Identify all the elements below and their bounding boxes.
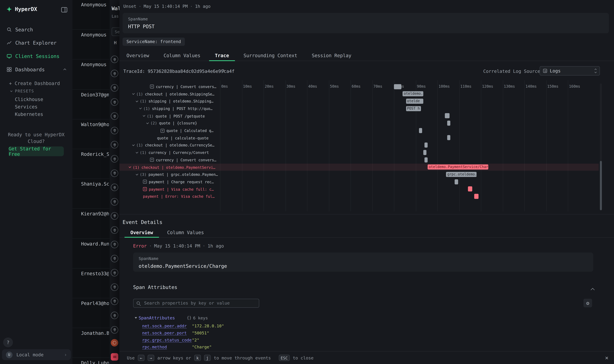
settings-button[interactable]: ⚙	[584, 299, 592, 307]
sidebar-preset-clickhouse[interactable]: Clickhouse	[0, 96, 72, 104]
trace-span-row[interactable]: ≡currency | Convert convers…	[119, 83, 599, 90]
close-icon[interactable]: ×	[605, 354, 608, 361]
chevron-down-icon[interactable]	[139, 107, 142, 109]
trace-span-row[interactable]: payment | Error: Visa cache ful…	[119, 193, 599, 200]
attribute-key[interactable]: rpc.method	[142, 344, 167, 349]
map-pin-icon[interactable]	[111, 141, 118, 148]
map-pin-icon[interactable]	[111, 70, 118, 77]
map-pin-icon[interactable]	[111, 241, 118, 248]
attribute-value[interactable]: "Charge"	[192, 344, 212, 349]
span-duration-bar[interactable]	[445, 113, 449, 118]
chevron-down-icon[interactable]	[132, 143, 135, 146]
span-duration-bar[interactable]	[447, 135, 450, 140]
log-source-select[interactable]: Logs	[539, 66, 600, 76]
service-tag[interactable]: ServiceName: frontend	[123, 38, 185, 46]
attribute-value[interactable]: "2"	[192, 338, 199, 342]
trace-span-row[interactable]: ≡currency | Convert convers…	[119, 156, 599, 164]
map-pin-icon[interactable]	[111, 269, 118, 276]
sidebar-item-dashboards[interactable]: Dashboards	[0, 63, 72, 76]
span-duration-bar[interactable]	[468, 186, 472, 192]
attribute-key[interactable]: net.sock.peer.port	[142, 330, 187, 335]
create-dashboard-button[interactable]: + Create Dashboard	[9, 81, 60, 86]
map-pin-icon[interactable]	[111, 184, 118, 191]
map-pin-icon[interactable]	[111, 55, 118, 63]
session-list-item[interactable]: Deion37@gm	[72, 89, 110, 119]
tab-column-values[interactable]: Column Values	[167, 229, 204, 237]
map-pin-icon[interactable]	[111, 212, 118, 220]
span-duration-bar[interactable]: otelde	[406, 99, 423, 104]
tab-trace[interactable]: Trace	[215, 51, 229, 61]
span-duration-bar[interactable]: POST h	[406, 106, 421, 111]
chevron-down-icon[interactable]	[136, 151, 138, 153]
session-list-item[interactable]: Howard.Run	[72, 238, 110, 268]
tab-surrounding-context[interactable]: Surrounding Context	[244, 51, 297, 61]
map-pin-icon[interactable]	[111, 169, 118, 177]
trace-span-row[interactable]: ≡quote | Calculated q…	[119, 127, 599, 134]
session-list-item[interactable]: Jonathan.B	[72, 328, 110, 357]
span-duration-bar[interactable]	[423, 150, 427, 155]
map-pin-icon[interactable]	[111, 298, 118, 305]
chevron-down-icon[interactable]	[132, 92, 135, 95]
attribute-value[interactable]: "50051"	[192, 330, 209, 335]
attributes-search-input[interactable]	[143, 300, 256, 306]
span-duration-bar[interactable]: oteldemo.	[403, 91, 423, 96]
tab-session-replay[interactable]: Session Replay	[312, 51, 351, 61]
chevron-down-icon[interactable]	[136, 99, 138, 102]
span-duration-bar[interactable]	[424, 143, 428, 148]
attribute-value[interactable]: "172.28.0.10"	[192, 324, 224, 328]
trace-span-row[interactable]: (1)checkout | oteldemo.PaymentServi…otel…	[119, 164, 599, 171]
span-duration-bar[interactable]	[447, 121, 450, 126]
sidebar-item-client-sessions[interactable]: Client Sessions	[0, 49, 72, 63]
chevron-down-icon[interactable]	[143, 114, 145, 117]
trace-span-row[interactable]: (2)quote | {closure}	[119, 120, 599, 127]
sidebar-item-search[interactable]: Search	[0, 23, 72, 36]
attribute-key[interactable]: net.sock.peer.addr	[142, 324, 187, 328]
logo[interactable]: HyperDX	[6, 6, 37, 12]
chevron-down-icon[interactable]	[129, 165, 131, 168]
session-list-item[interactable]: Roderick_S	[72, 149, 110, 179]
tab-overview[interactable]: Overview	[131, 229, 153, 237]
trace-span-row[interactable]: ≡payment | Visa cache full: c…	[119, 185, 599, 193]
span-duration-bar[interactable]	[455, 179, 458, 184]
help-button[interactable]: ?	[3, 338, 13, 347]
tab-column-values[interactable]: Column Values	[164, 51, 200, 61]
presets-toggle[interactable]: PRESETS	[11, 89, 34, 93]
session-list-item[interactable]: Anonymous	[72, 59, 110, 89]
scrollbar-thumb[interactable]	[600, 161, 602, 210]
session-list-item[interactable]: Anonymous	[72, 0, 110, 29]
trace-span-row[interactable]: (1)quote | POST /getquote	[119, 112, 599, 119]
session-list-item[interactable]: Dolly.Lubo	[72, 358, 110, 364]
map-pin-icon[interactable]	[111, 113, 118, 120]
sidebar-collapse-icon[interactable]	[61, 7, 67, 13]
map-pin-icon[interactable]	[111, 312, 118, 319]
session-list-item[interactable]: Ernesto33@	[72, 268, 110, 298]
attributes-search[interactable]	[133, 299, 259, 308]
trace-span-row[interactable]: ≡payment | Charge request rec…	[119, 178, 599, 185]
trace-span-row[interactable]: quote | calculate-quote	[119, 134, 599, 142]
trace-span-row[interactable]: (1)currency | Currency/Convert	[119, 149, 599, 156]
session-search-input[interactable]: Sea	[112, 27, 119, 36]
session-list-item[interactable]: Anonymous	[72, 29, 110, 59]
trace-span-row[interactable]: (1)checkout | oteldemo.ShippingSe…otelde…	[119, 90, 599, 98]
edit-icon[interactable]: ✎	[222, 68, 225, 73]
session-list-item[interactable]: Pearl43@ho	[72, 298, 110, 328]
chevron-down-icon[interactable]	[146, 121, 149, 124]
map-pin-icon[interactable]	[111, 198, 118, 205]
error-event-icon[interactable]	[111, 353, 118, 361]
span-duration-bar[interactable]	[424, 157, 428, 162]
sidebar-preset-services[interactable]: Services	[0, 104, 72, 111]
map-pin-icon[interactable]	[111, 127, 118, 134]
trace-span-row[interactable]: (1)shipping | oteldemo.Shipping…otelde	[119, 98, 599, 105]
map-pin-icon[interactable]	[111, 283, 118, 291]
span-duration-bar[interactable]	[474, 194, 479, 199]
tab-overview[interactable]: Overview	[127, 51, 149, 61]
attribute-group-header[interactable]: SpanAttributes {} 6 keys	[135, 315, 299, 321]
attribute-key[interactable]: rpc.grpc.status_code	[142, 338, 192, 342]
sidebar-item-chart-explorer[interactable]: Chart Explorer	[0, 36, 72, 49]
session-event-icon[interactable]	[111, 339, 118, 347]
waterfall-scrollbar[interactable]	[600, 83, 602, 209]
session-list-item[interactable]: Kieran92@h	[72, 208, 110, 238]
span-duration-bar[interactable]	[419, 128, 422, 133]
get-started-button[interactable]: Get Started for Free	[9, 146, 64, 156]
account-pill[interactable]: U Local mode ›	[2, 349, 71, 360]
